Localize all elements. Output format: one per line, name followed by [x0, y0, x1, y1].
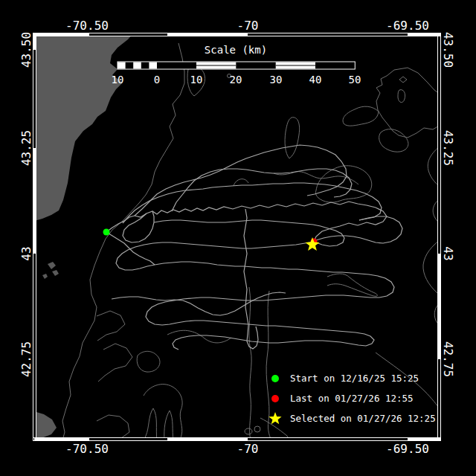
lat-tick-label-left: 43.50	[20, 16, 33, 83]
bathymetry-contour	[343, 106, 379, 126]
drifter-track	[316, 216, 402, 243]
scale-bar-number: 20	[213, 74, 258, 86]
start-marker[interactable]	[103, 229, 110, 236]
lat-tick-label-right: 43	[441, 220, 454, 287]
drifter-track	[173, 321, 374, 350]
bathymetry-contour	[399, 77, 407, 83]
lat-tick-label-right: 42.75	[441, 326, 454, 393]
drifter-tracks-layer	[106, 145, 402, 350]
drifter-track	[112, 292, 286, 315]
map-window: -70.50-70.50-70-70-69.50-69.5043.5043.50…	[0, 0, 476, 476]
scale-bar-number: 10	[95, 74, 140, 86]
lon-tick-label-bottom: -70.50	[54, 443, 120, 456]
scale-bar-cell	[149, 62, 157, 69]
lat-tick-label-left: 43	[20, 220, 33, 287]
bathymetry-contour	[137, 351, 160, 372]
scale-bar-number: 0	[135, 74, 179, 86]
drifter-track	[123, 183, 382, 223]
track-markers-layer	[103, 229, 320, 251]
bathymetry-contour	[97, 415, 129, 440]
land-layer	[34, 33, 134, 440]
bathymetry-contour	[97, 311, 125, 341]
bathymetry-contour	[98, 344, 132, 382]
bathymetry-contour	[376, 68, 440, 138]
land-mass	[52, 270, 59, 276]
bathymetry-contour	[398, 90, 405, 103]
scale-bar-cell	[118, 62, 126, 69]
map-canvas	[0, 0, 476, 476]
legend-markers	[268, 375, 281, 424]
land-mass	[48, 262, 56, 269]
lat-tick-label-right: 43.25	[441, 115, 454, 181]
legend-red-dot-icon	[271, 395, 279, 402]
bathymetry-contour	[285, 118, 300, 158]
land-mass	[34, 33, 134, 221]
lat-tick-label-left: 42.75	[20, 326, 33, 393]
scale-bar-number: 30	[254, 74, 298, 86]
scale-bar-title: Scale (km)	[176, 44, 295, 56]
lon-tick-label-top: -69.50	[374, 19, 441, 33]
scale-bar	[118, 62, 355, 69]
legend-selected-label: Selected on 01/27/26 12:25	[290, 413, 436, 425]
drifter-track	[135, 145, 347, 216]
bathymetry-contour	[245, 426, 260, 434]
selected-marker-star-icon[interactable]	[306, 237, 320, 251]
drifter-track	[116, 242, 314, 270]
bathymetry-contour	[249, 287, 251, 440]
lon-tick-label-bottom: -70	[214, 443, 281, 456]
scale-bar-number: 10	[174, 74, 219, 86]
legend-start-label: Start on 12/16/25 15:25	[290, 373, 419, 385]
bathymetry-contour	[428, 146, 440, 187]
lat-tick-label-left: 43.25	[20, 115, 33, 181]
bathymetry-contour	[379, 129, 408, 152]
lat-tick-label-right: 43.50	[441, 16, 454, 83]
legend-last-label: Last on 01/27/26 12:55	[290, 393, 414, 405]
lon-tick-label-bottom: -69.50	[374, 443, 441, 456]
drifter-track	[244, 209, 258, 349]
bathymetry-contour	[433, 199, 440, 224]
legend-yellow-star-icon	[268, 412, 281, 424]
bathymetry-contour	[327, 274, 377, 296]
bathymetry-contour	[144, 385, 182, 440]
legend-green-dot-icon	[271, 375, 279, 382]
lon-tick-label-top: -70.50	[54, 19, 120, 33]
land-mass	[42, 274, 48, 279]
scale-bar-number: 40	[293, 74, 338, 86]
scale-bar-cell	[133, 62, 141, 69]
lon-tick-label-top: -70	[214, 19, 281, 33]
scale-bar-number: 50	[332, 74, 377, 86]
land-mass	[34, 411, 57, 440]
